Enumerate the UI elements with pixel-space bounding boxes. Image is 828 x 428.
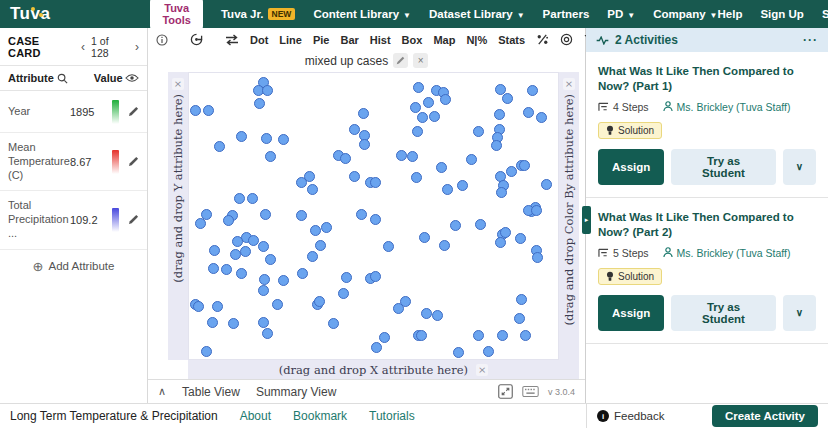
- chart-type-line[interactable]: Line: [279, 34, 302, 46]
- edit-pencil-icon[interactable]: [128, 214, 139, 225]
- scatter-point[interactable]: [328, 318, 339, 329]
- attribute-row-year[interactable]: Year 1895: [0, 91, 147, 133]
- scatter-point[interactable]: [223, 215, 234, 226]
- scatter-point[interactable]: [209, 245, 220, 256]
- scatter-point[interactable]: [491, 140, 502, 151]
- scatter-point[interactable]: [519, 160, 530, 171]
- activity-title[interactable]: What Was It Like Then Compared to Now? (…: [598, 210, 816, 240]
- count-percent-toggle[interactable]: N|%: [466, 34, 487, 46]
- scatter-point[interactable]: [262, 85, 273, 96]
- history-icon[interactable]: [190, 33, 203, 46]
- scatter-point[interactable]: [359, 139, 370, 150]
- scatter-point[interactable]: [416, 330, 427, 341]
- scatter-point[interactable]: [496, 187, 507, 198]
- scatter-point[interactable]: [473, 126, 484, 137]
- scatter-point[interactable]: [421, 308, 432, 319]
- scatter-point[interactable]: [212, 301, 223, 312]
- scatter-point[interactable]: [341, 272, 352, 283]
- nav-item-partners[interactable]: Partners: [543, 8, 590, 20]
- next-case-button[interactable]: ›: [135, 41, 139, 53]
- scatter-point[interactable]: [208, 263, 219, 274]
- scatter-point[interactable]: [383, 241, 394, 252]
- shuffle-icon[interactable]: [225, 34, 239, 46]
- jitter-icon[interactable]: [536, 33, 549, 46]
- assign-button[interactable]: Assign: [598, 149, 664, 185]
- scatter-point[interactable]: [315, 240, 326, 251]
- scatter-point[interactable]: [247, 193, 258, 204]
- assign-button[interactable]: Assign: [598, 295, 664, 331]
- color-by-drop-zone[interactable]: × (drag and drop Color By attribute here…: [559, 72, 579, 360]
- create-activity-button[interactable]: Create Activity: [712, 405, 818, 427]
- scatter-point[interactable]: [450, 220, 461, 231]
- author-link[interactable]: Ms. Brickley (Tuva Staff): [677, 101, 791, 113]
- scatter-point[interactable]: [310, 225, 321, 236]
- edit-title-pencil-icon[interactable]: [393, 53, 408, 68]
- scatter-point[interactable]: [523, 107, 534, 118]
- scatter-point[interactable]: [259, 274, 270, 285]
- scatter-point[interactable]: [371, 342, 382, 353]
- scatter-point[interactable]: [393, 303, 404, 314]
- attribute-row-total-precipitation[interactable]: Total Precipitation ... 109.2: [0, 191, 147, 249]
- x-axis-drop-zone[interactable]: (drag and drop X attribute here) ×: [188, 360, 579, 379]
- attribute-row-mean-temperature[interactable]: Mean Temperature (C) 8.67: [0, 133, 147, 191]
- scatter-point[interactable]: [195, 218, 206, 229]
- scatter-point[interactable]: [214, 141, 225, 152]
- more-options-chevron-button[interactable]: ∨: [783, 149, 816, 185]
- scatter-point[interactable]: [379, 332, 390, 343]
- scatter-point[interactable]: [436, 162, 447, 173]
- scatter-point[interactable]: [296, 210, 307, 221]
- scatter-point[interactable]: [370, 271, 381, 282]
- nav-item-dataset-library[interactable]: Dataset Library ▼: [429, 8, 525, 20]
- scatter-point[interactable]: [254, 98, 265, 109]
- scatter-point[interactable]: [240, 246, 251, 257]
- activity-title[interactable]: What Was It Like Then Compared to Now? (…: [598, 64, 816, 94]
- scatter-point[interactable]: [536, 112, 547, 123]
- scatter-point[interactable]: [358, 108, 369, 119]
- chart-type-pie[interactable]: Pie: [313, 34, 330, 46]
- about-link[interactable]: About: [240, 409, 271, 423]
- scatter-point[interactable]: [248, 235, 259, 246]
- scatter-point[interactable]: [234, 193, 245, 204]
- scatter-point[interactable]: [258, 241, 269, 252]
- scatter-point[interactable]: [307, 251, 318, 262]
- scatter-point[interactable]: [457, 180, 468, 191]
- scatter-point[interactable]: [439, 240, 450, 251]
- scatter-point[interactable]: [440, 94, 451, 105]
- scatter-point[interactable]: [370, 214, 381, 225]
- scatter-point[interactable]: [473, 330, 484, 341]
- clear-title-close-icon[interactable]: ×: [413, 53, 428, 68]
- summary-view-tab[interactable]: Summary View: [256, 385, 336, 399]
- scatter-point[interactable]: [407, 151, 418, 162]
- y-axis-drop-zone[interactable]: × (drag and drop Y attribute here): [168, 72, 188, 360]
- scatter-point[interactable]: [410, 102, 421, 113]
- scatter-point[interactable]: [193, 301, 204, 312]
- scatter-point[interactable]: [232, 236, 243, 247]
- scatter-point[interactable]: [483, 346, 494, 357]
- close-icon[interactable]: ×: [476, 364, 488, 376]
- add-attribute-button[interactable]: ⊕ Add Attribute: [0, 250, 147, 283]
- sign-in-link[interactable]: Sign In: [822, 8, 828, 20]
- info-icon[interactable]: [156, 34, 168, 46]
- scatter-point[interactable]: [265, 254, 276, 265]
- scatter-point[interactable]: [453, 347, 464, 358]
- scatter-point[interactable]: [500, 227, 511, 238]
- scatter-point[interactable]: [531, 205, 542, 216]
- author-link[interactable]: Ms. Brickley (Tuva Staff): [677, 247, 791, 259]
- scatter-point[interactable]: [314, 296, 325, 307]
- target-circles-icon[interactable]: [560, 33, 573, 46]
- try-as-student-button[interactable]: Try as Student: [671, 295, 775, 331]
- close-icon[interactable]: ×: [563, 78, 575, 90]
- close-icon[interactable]: ×: [172, 78, 184, 90]
- scatter-point[interactable]: [258, 317, 269, 328]
- scatter-point[interactable]: [190, 105, 201, 116]
- chart-type-hist[interactable]: Hist: [370, 34, 391, 46]
- nav-item-content-library[interactable]: Content Library ▼: [313, 8, 411, 20]
- scatter-point[interactable]: [258, 285, 269, 296]
- scatter-point[interactable]: [495, 237, 506, 248]
- edit-pencil-icon[interactable]: [128, 106, 139, 117]
- scatter-point[interactable]: [520, 330, 531, 341]
- keyboard-icon[interactable]: [522, 386, 539, 397]
- nav-item-pd[interactable]: PD ▼: [607, 8, 635, 20]
- scatter-point[interactable]: [307, 184, 318, 195]
- scatter-point[interactable]: [419, 232, 430, 243]
